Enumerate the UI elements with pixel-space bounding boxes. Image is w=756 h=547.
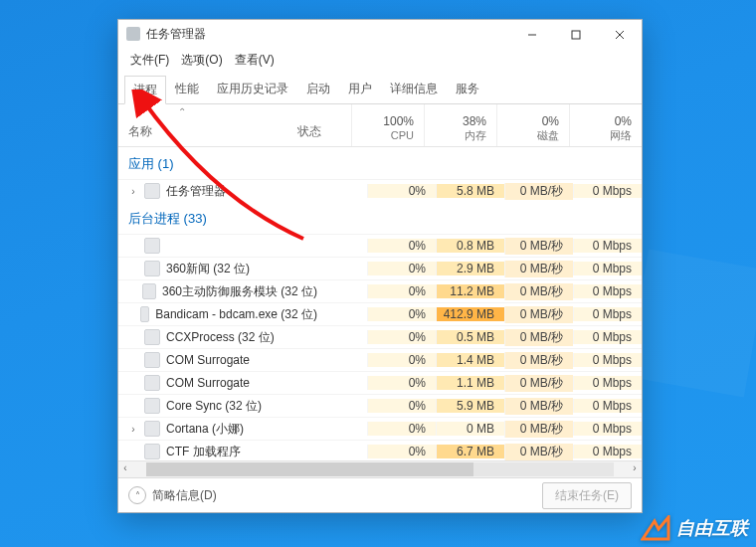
desktop-decoration	[627, 250, 756, 398]
cell-disk: 0 MB/秒	[504, 421, 573, 438]
cell-cpu: 0%	[367, 376, 436, 390]
cell-name: CCXProcess (32 位)	[118, 329, 317, 346]
tab-app-history[interactable]: 应用历史记录	[208, 75, 297, 103]
table-row[interactable]: COM Surrogate0%1.4 MB0 MB/秒0 Mbps	[118, 348, 642, 371]
tab-users[interactable]: 用户	[339, 75, 381, 103]
process-name: Core Sync (32 位)	[166, 398, 262, 415]
cell-cpu: 0%	[367, 399, 436, 413]
cell-cpu: 0%	[367, 184, 436, 198]
minimize-button[interactable]	[510, 20, 554, 48]
table-row[interactable]: Core Sync (32 位)0%5.9 MB0 MB/秒0 Mbps	[118, 394, 642, 417]
cell-disk: 0 MB/秒	[504, 183, 573, 200]
cell-name: COM Surrogate	[118, 375, 317, 391]
disk-label: 磁盘	[501, 129, 559, 142]
cell-cpu: 0%	[367, 262, 436, 275]
cell-name: CTF 加载程序	[118, 444, 317, 460]
menu-file[interactable]: 文件(F)	[126, 50, 173, 71]
cell-network: 0 Mbps	[573, 445, 642, 458]
process-icon	[144, 329, 160, 345]
col-disk[interactable]: 0% 磁盘	[496, 104, 569, 146]
cell-network: 0 Mbps	[573, 239, 642, 253]
table-head: ⌃ 名称 状态 100% CPU 38% 内存 0% 磁盘	[118, 104, 642, 147]
cell-disk: 0 MB/秒	[504, 444, 573, 460]
table-row[interactable]: Bandicam - bdcam.exe (32 位)0%412.9 MB0 M…	[118, 302, 642, 325]
cell-name: ›Cortana (小娜)	[118, 421, 317, 438]
fewer-details-label: 简略信息(D)	[152, 487, 217, 504]
table-row[interactable]: ›Cortana (小娜)0%0 MB0 MB/秒0 Mbps	[118, 417, 642, 440]
svg-rect-1	[572, 31, 580, 39]
cell-network: 0 Mbps	[573, 184, 642, 198]
col-name[interactable]: ⌃ 名称	[118, 104, 293, 146]
cell-name	[118, 238, 317, 254]
network-pct: 0%	[574, 114, 632, 128]
process-icon	[144, 261, 160, 276]
fewer-details-button[interactable]: ˄ 简略信息(D)	[128, 486, 217, 504]
col-memory[interactable]: 38% 内存	[424, 104, 496, 146]
col-cpu[interactable]: 100% CPU	[351, 104, 424, 146]
scroll-left-icon[interactable]: ‹	[118, 462, 132, 476]
scroll-right-icon[interactable]: ›	[628, 462, 642, 476]
scroll-track[interactable]	[146, 462, 614, 476]
cell-memory: 1.1 MB	[436, 376, 504, 390]
tab-performance[interactable]: 性能	[166, 75, 208, 103]
cell-network: 0 Mbps	[573, 353, 642, 367]
process-icon	[144, 398, 160, 414]
table-row[interactable]: COM Surrogate0%1.1 MB0 MB/秒0 Mbps	[118, 371, 642, 394]
app-icon	[126, 27, 140, 41]
table-row[interactable]: ›任务管理器0%5.8 MB0 MB/秒0 Mbps	[118, 179, 642, 202]
table-row[interactable]: CTF 加载程序0%6.7 MB0 MB/秒0 Mbps	[118, 440, 642, 460]
cell-cpu: 0%	[367, 353, 436, 367]
process-icon	[144, 183, 160, 199]
expander-icon[interactable]: ›	[128, 186, 138, 197]
col-status[interactable]: 状态	[293, 104, 351, 146]
process-name: CTF 加载程序	[166, 444, 241, 460]
end-task-button[interactable]: 结束任务(E)	[542, 482, 632, 509]
cell-network: 0 Mbps	[573, 330, 642, 344]
cell-name: Bandicam - bdcam.exe (32 位)	[118, 306, 317, 323]
tab-processes[interactable]: 进程	[124, 76, 166, 104]
group-header[interactable]: 后台进程 (33)	[118, 202, 642, 234]
tab-startup[interactable]: 启动	[297, 75, 339, 103]
table-row[interactable]: 360主动防御服务模块 (32 位)0%11.2 MB0 MB/秒0 Mbps	[118, 279, 642, 302]
process-name: 360主动防御服务模块 (32 位)	[162, 283, 317, 300]
cell-disk: 0 MB/秒	[504, 306, 573, 323]
maximize-button[interactable]	[554, 20, 598, 48]
chevron-up-icon: ˄	[128, 486, 146, 504]
memory-pct: 38%	[429, 114, 486, 128]
menu-options[interactable]: 选项(O)	[177, 50, 226, 71]
process-name: CCXProcess (32 位)	[166, 329, 275, 346]
table-row[interactable]: 360新闻 (32 位)0%2.9 MB0 MB/秒0 Mbps	[118, 257, 642, 279]
cell-name: 360新闻 (32 位)	[118, 261, 317, 277]
process-icon	[144, 352, 160, 368]
tab-services[interactable]: 服务	[447, 75, 488, 103]
cell-cpu: 0%	[367, 445, 436, 458]
process-icon	[142, 283, 156, 299]
desktop: 任务管理器 文件(F) 选项(O) 查看(V) 进程 性能 应用历史记录 启动 …	[0, 0, 756, 547]
task-manager-window: 任务管理器 文件(F) 选项(O) 查看(V) 进程 性能 应用历史记录 启动 …	[117, 19, 643, 513]
titlebar[interactable]: 任务管理器	[118, 20, 642, 48]
col-network[interactable]: 0% 网络	[569, 104, 642, 146]
watermark-text: 自由互联	[676, 516, 748, 540]
table-row[interactable]: 0%0.8 MB0 MB/秒0 Mbps	[118, 234, 642, 257]
watermark: 自由互联	[641, 515, 748, 541]
table-row[interactable]: CCXProcess (32 位)0%0.5 MB0 MB/秒0 Mbps	[118, 325, 642, 348]
cell-cpu: 0%	[367, 239, 436, 253]
cell-memory: 11.2 MB	[436, 284, 504, 298]
disk-pct: 0%	[501, 114, 559, 128]
table-body[interactable]: 应用 (1)›任务管理器0%5.8 MB0 MB/秒0 Mbps后台进程 (33…	[118, 147, 642, 460]
process-name: Bandicam - bdcam.exe (32 位)	[155, 306, 317, 323]
cell-name: Core Sync (32 位)	[118, 398, 317, 415]
horizontal-scrollbar[interactable]: ‹ ›	[118, 460, 642, 477]
scroll-thumb[interactable]	[146, 462, 473, 476]
close-button[interactable]	[598, 20, 642, 48]
process-name: COM Surrogate	[166, 376, 250, 390]
process-name: COM Surrogate	[166, 353, 250, 367]
tabbar: 进程 性能 应用历史记录 启动 用户 详细信息 服务	[118, 75, 642, 104]
cell-memory: 6.7 MB	[436, 445, 504, 458]
menu-view[interactable]: 查看(V)	[231, 50, 279, 71]
cell-disk: 0 MB/秒	[504, 283, 573, 300]
cell-memory: 0.8 MB	[436, 239, 504, 253]
expander-icon[interactable]: ›	[128, 424, 138, 435]
tab-details[interactable]: 详细信息	[381, 75, 447, 103]
group-header[interactable]: 应用 (1)	[118, 147, 642, 179]
